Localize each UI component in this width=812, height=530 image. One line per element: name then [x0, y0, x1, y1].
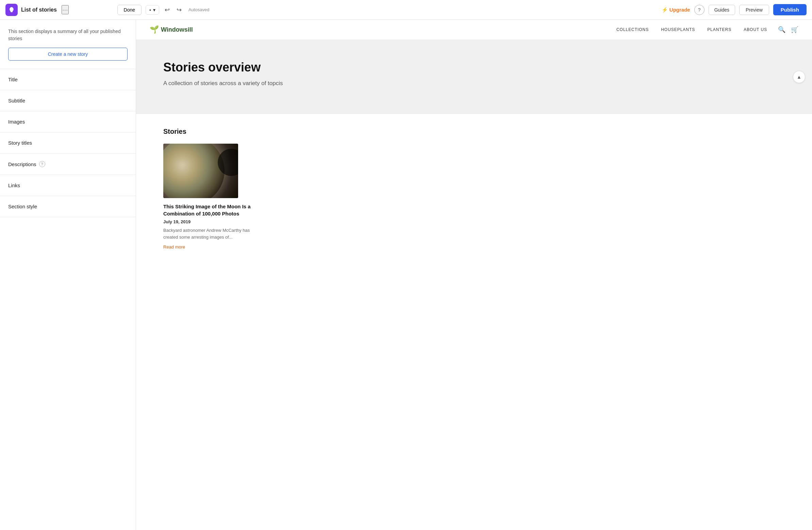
sidebar-item-title-label: Title [8, 76, 18, 82]
sidebar-item-images[interactable]: Images [0, 111, 136, 132]
nav-link-about[interactable]: ABOUT US [744, 27, 767, 32]
device-chevron: ▾ [153, 7, 156, 13]
device-icon: ▪ [149, 7, 151, 13]
publish-button[interactable]: Publish [773, 4, 807, 15]
nav-icons: 🔍 🛒 [778, 26, 798, 33]
app-title: List of stories [21, 7, 57, 13]
search-nav-icon[interactable]: 🔍 [778, 26, 785, 33]
nav-link-planters[interactable]: PLANTERS [707, 27, 731, 32]
redo-button[interactable]: ↪ [174, 4, 184, 16]
logo-text: Windowsill [161, 26, 193, 33]
device-selector[interactable]: ▪ ▾ [146, 5, 159, 15]
preview-area: 🌱 Windowsill COLLECTIONS HOUSEPLANTS PLA… [136, 20, 812, 530]
sidebar-item-descriptions-label: Descriptions [8, 161, 37, 167]
sidebar-item-links[interactable]: Links [0, 175, 136, 196]
website-preview: 🌱 Windowsill COLLECTIONS HOUSEPLANTS PLA… [136, 20, 812, 530]
sidebar-item-links-label: Links [8, 182, 20, 188]
sidebar-item-descriptions[interactable]: Descriptions ? [0, 154, 136, 175]
done-button[interactable]: Done [117, 5, 142, 15]
sidebar-item-section-style[interactable]: Section style [0, 196, 136, 217]
cart-nav-icon[interactable]: 🛒 [791, 26, 798, 33]
help-button[interactable]: ? [694, 5, 705, 15]
moon-image [163, 144, 238, 198]
story-card: This Striking Image of the Moon Is a Com… [163, 144, 252, 250]
autosaved-label: Autosaved [188, 7, 209, 12]
top-bar: List of stories ··· Done ▪ ▾ ↩ ↪ Autosav… [0, 0, 812, 20]
story-image [163, 144, 238, 198]
story-excerpt: Backyard astronomer Andrew McCarthy has … [163, 227, 252, 240]
section-toggle-button[interactable]: ▲ [793, 71, 805, 83]
site-nav: 🌱 Windowsill COLLECTIONS HOUSEPLANTS PLA… [136, 20, 812, 40]
app-logo-icon [5, 4, 18, 16]
site-logo: 🌱 Windowsill [150, 25, 193, 34]
top-bar-right: ⚡ Upgrade ? Guides Preview Publish [662, 4, 807, 15]
sidebar-item-subtitle-label: Subtitle [8, 98, 25, 103]
hero-subtitle: A collection of stories across a variety… [163, 80, 785, 87]
preview-button[interactable]: Preview [739, 5, 769, 15]
create-story-button[interactable]: Create a new story [8, 48, 128, 60]
descriptions-help-icon[interactable]: ? [39, 161, 45, 167]
hero-title: Stories overview [163, 60, 785, 74]
sidebar-item-images-label: Images [8, 119, 25, 125]
upgrade-button[interactable]: ⚡ Upgrade [662, 7, 690, 13]
sidebar-item-subtitle[interactable]: Subtitle [0, 90, 136, 111]
more-options-button[interactable]: ··· [61, 5, 69, 14]
lightning-icon: ⚡ [662, 7, 668, 13]
stories-section: Stories This Striking Image of the Moon … [136, 114, 812, 264]
leaf-icon: 🌱 [150, 25, 159, 34]
nav-link-collections[interactable]: COLLECTIONS [617, 27, 649, 32]
sidebar-item-title[interactable]: Title [0, 69, 136, 90]
hero-section: Stories overview A collection of stories… [136, 40, 812, 114]
guides-button[interactable]: Guides [709, 5, 735, 15]
undo-button[interactable]: ↩ [162, 4, 173, 16]
read-more-link[interactable]: Read more [163, 245, 185, 250]
upgrade-label: Upgrade [669, 7, 690, 13]
top-bar-left: List of stories ··· Done [5, 4, 142, 16]
sidebar-item-story-titles-label: Story titles [8, 140, 32, 146]
story-date: July 19, 2019 [163, 219, 252, 224]
nav-links: COLLECTIONS HOUSEPLANTS PLANTERS ABOUT U… [617, 27, 767, 32]
sidebar-item-section-style-label: Section style [8, 204, 37, 209]
sidebar-summary: This section displays a summary of all y… [0, 20, 136, 48]
undo-redo-group: ↩ ↪ [162, 4, 184, 16]
main-layout: This section displays a summary of all y… [0, 20, 812, 530]
left-sidebar: This section displays a summary of all y… [0, 20, 136, 530]
sidebar-item-story-titles[interactable]: Story titles [0, 132, 136, 154]
top-bar-center: ▪ ▾ ↩ ↪ Autosaved [146, 4, 657, 16]
nav-link-houseplants[interactable]: HOUSEPLANTS [661, 27, 695, 32]
stories-heading: Stories [163, 128, 785, 136]
story-title: This Striking Image of the Moon Is a Com… [163, 203, 252, 217]
